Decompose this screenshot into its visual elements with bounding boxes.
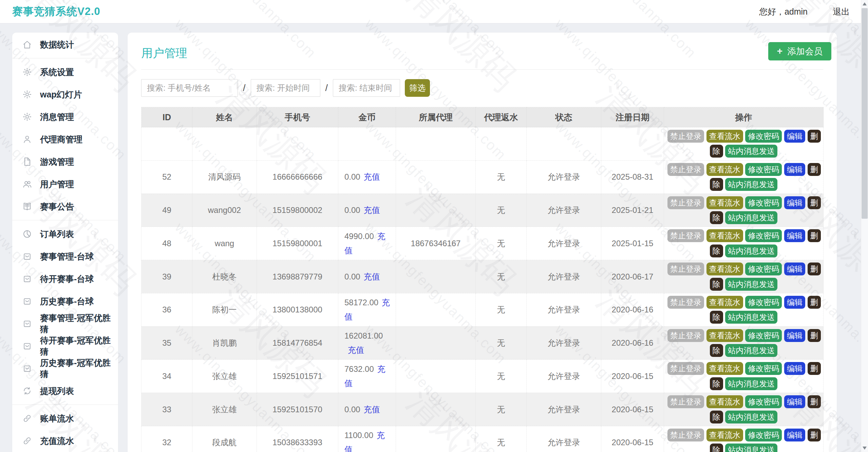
recharge-link[interactable]: 充值 [364, 272, 380, 281]
edit-button[interactable]: 编辑 [784, 229, 805, 242]
edit-button[interactable]: 编辑 [784, 196, 805, 209]
site-message-button[interactable]: 站内消息发送 [725, 145, 777, 158]
recharge-link[interactable]: 充值 [348, 345, 364, 355]
change-password-button[interactable]: 修改密码 [745, 362, 782, 375]
sidebar-item[interactable]: 订单列表 [12, 223, 118, 245]
edit-button[interactable]: 编辑 [784, 296, 805, 309]
edit-button[interactable]: 编辑 [784, 163, 805, 176]
edit-button[interactable]: 编辑 [784, 395, 805, 408]
sidebar-item[interactable]: 历史赛事-冠军优胜猜 [12, 357, 118, 380]
sidebar-item[interactable]: 待开赛事-冠军优胜猜 [12, 335, 118, 357]
sidebar-item[interactable]: 赛事管理-冠军优胜猜 [12, 312, 118, 335]
sidebar-item[interactable]: 充值流水 [12, 430, 118, 452]
site-message-button[interactable]: 站内消息发送 [725, 444, 777, 452]
sidebar-item[interactable]: 消息管理 [12, 106, 118, 128]
sidebar-item-label: 赛事公告 [40, 201, 74, 212]
cell-coins: 0.00充值 [338, 160, 396, 194]
view-flow-button[interactable]: 查看流水 [706, 263, 743, 275]
ban-login-button[interactable]: 禁止登录 [667, 429, 704, 441]
ban-login-button[interactable]: 禁止登录 [667, 229, 704, 242]
sidebar-item[interactable]: 数据统计 [12, 33, 118, 56]
ban-login-button[interactable]: 禁止登录 [667, 196, 704, 209]
cell-name: 张立雄 [192, 393, 257, 426]
edit-button[interactable]: 编辑 [784, 329, 805, 342]
site-message-button[interactable]: 站内消息发送 [725, 377, 777, 390]
ban-login-button[interactable]: 禁止登录 [667, 395, 704, 408]
site-message-button[interactable]: 站内消息发送 [725, 278, 777, 291]
scrollbar-thumb[interactable] [862, 8, 868, 219]
view-flow-button[interactable]: 查看流水 [706, 362, 743, 375]
scrollbar[interactable] [861, 0, 868, 452]
site-message-button[interactable]: 站内消息发送 [725, 245, 777, 257]
file-icon [22, 157, 32, 166]
change-password-button[interactable]: 修改密码 [745, 296, 782, 309]
cell-register-date: 2025-01-15 [601, 227, 664, 260]
sidebar-item[interactable]: 赛事公告 [12, 195, 118, 218]
view-flow-button[interactable]: 查看流水 [706, 395, 743, 408]
site-message-button[interactable]: 站内消息发送 [725, 411, 777, 423]
col-header-coins: 金币 [338, 107, 396, 127]
site-message-button[interactable]: 站内消息发送 [725, 178, 777, 191]
filter-button[interactable]: 筛选 [405, 79, 430, 97]
ban-login-button[interactable]: 禁止登录 [667, 362, 704, 375]
change-password-button[interactable]: 修改密码 [745, 130, 782, 143]
coin-balance: 7632.00 [344, 364, 374, 374]
sidebar-item-label: 代理商管理 [40, 134, 82, 145]
cell-rebate: 无 [476, 194, 527, 227]
view-flow-button[interactable]: 查看流水 [706, 130, 743, 143]
view-flow-button[interactable]: 查看流水 [706, 296, 743, 309]
cell-status [527, 127, 601, 161]
sidebar-item-label: 系统设置 [40, 67, 74, 78]
sidebar-item[interactable]: 历史赛事-台球 [12, 290, 118, 312]
ban-login-button[interactable]: 禁止登录 [667, 163, 704, 176]
view-flow-button[interactable]: 查看流水 [706, 429, 743, 441]
sidebar-item[interactable]: 待开赛事-台球 [12, 268, 118, 290]
sidebar-item[interactable]: 用户管理 [12, 173, 118, 195]
edit-button[interactable]: 编辑 [784, 429, 805, 441]
sidebar-item[interactable]: 赛事管理-台球 [12, 245, 118, 268]
cell-status: 允许登录 [527, 293, 601, 326]
view-flow-button[interactable]: 查看流水 [706, 196, 743, 209]
ban-login-button[interactable]: 禁止登录 [667, 130, 704, 143]
sidebar-item[interactable]: 账单流水 [12, 407, 118, 430]
ban-login-button[interactable]: 禁止登录 [667, 296, 704, 309]
page-title: 用户管理 [141, 46, 823, 61]
site-message-button[interactable]: 站内消息发送 [725, 211, 777, 224]
change-password-button[interactable]: 修改密码 [745, 163, 782, 176]
recharge-link[interactable]: 充值 [364, 205, 380, 215]
sidebar-item[interactable]: 系统设置 [12, 61, 118, 83]
logout-link[interactable]: 退出 [833, 6, 850, 17]
recharge-link[interactable]: 充值 [364, 405, 380, 414]
ban-login-button[interactable]: 禁止登录 [667, 263, 704, 275]
sidebar-item[interactable]: 代理商管理 [12, 128, 118, 150]
ban-login-button[interactable]: 禁止登录 [667, 329, 704, 342]
change-password-button[interactable]: 修改密码 [745, 329, 782, 342]
sidebar-item[interactable]: wap幻灯片 [12, 83, 118, 106]
scroll-up-arrow[interactable] [863, 2, 867, 5]
cell-agent [396, 127, 476, 161]
change-password-button[interactable]: 修改密码 [745, 263, 782, 275]
site-message-button[interactable]: 站内消息发送 [725, 344, 777, 357]
cell-status: 允许登录 [527, 326, 601, 360]
edit-button[interactable]: 编辑 [784, 130, 805, 143]
add-member-button[interactable]: + 添加会员 [768, 42, 831, 60]
site-message-button[interactable]: 站内消息发送 [725, 311, 777, 324]
recharge-link[interactable]: 充值 [364, 172, 380, 181]
search-start-time-input[interactable] [251, 79, 320, 97]
change-password-button[interactable]: 修改密码 [745, 395, 782, 408]
change-password-button[interactable]: 修改密码 [745, 229, 782, 242]
sidebar-item[interactable]: 游戏管理 [12, 150, 118, 173]
table-row: 32 段成航 15038633393 1100.00充值 无 允许登录 2020… [141, 426, 824, 452]
change-password-button[interactable]: 修改密码 [745, 429, 782, 441]
edit-button[interactable]: 编辑 [784, 263, 805, 275]
sidebar-item[interactable]: 提现列表 [12, 380, 118, 402]
cell-rebate [476, 127, 527, 161]
edit-button[interactable]: 编辑 [784, 362, 805, 375]
scroll-down-arrow[interactable] [863, 447, 867, 450]
view-flow-button[interactable]: 查看流水 [706, 163, 743, 176]
search-end-time-input[interactable] [333, 79, 400, 97]
change-password-button[interactable]: 修改密码 [745, 196, 782, 209]
view-flow-button[interactable]: 查看流水 [706, 229, 743, 242]
search-phone-name-input[interactable] [141, 79, 238, 97]
view-flow-button[interactable]: 查看流水 [706, 329, 743, 342]
